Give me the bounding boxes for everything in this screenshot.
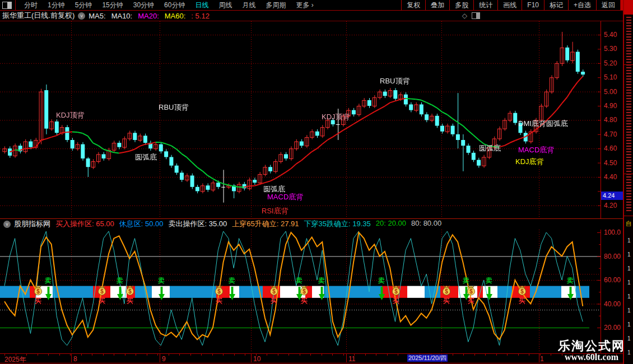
strip-rank-item: 1 — [627, 251, 631, 258]
axis-tick — [518, 354, 519, 356]
down-arrow-icon — [379, 287, 385, 300]
app-window: 分时1分钟5分钟15分钟30分钟60分钟日线周线月线多周期更多 › 复权叠加多股… — [0, 0, 633, 364]
indicator-axis-label: 40.00 — [604, 300, 621, 308]
chart-annotation: MACD底背 — [267, 192, 303, 202]
chart-annotation: KDJ顶背 — [56, 110, 85, 120]
chart-annotation: KDJ底背 — [515, 157, 544, 167]
down-arrow-icon — [319, 287, 325, 300]
indicator-param: 休息区: 50.00 — [119, 219, 164, 229]
axis-tick — [26, 354, 27, 356]
indicator-param: 股朋指标网 — [14, 219, 50, 229]
moneybag-icon: $ — [96, 285, 108, 297]
toolbar-button-F10[interactable]: F10 — [522, 0, 544, 10]
axis-tick — [103, 354, 104, 356]
sell-signal-label: 卖 — [158, 276, 165, 286]
price-axis-label: 5.40 — [604, 31, 617, 39]
toolbar-button-复权[interactable]: 复权 — [401, 0, 425, 10]
axis-tick — [310, 354, 311, 356]
svg-text:$: $ — [394, 288, 398, 295]
diamond-icon[interactable]: ◇ — [462, 12, 467, 20]
period-tab-周线[interactable]: 周线 — [213, 1, 237, 10]
chart-header-row: 振华重工(日线.前复权) v MA5:MA10:MA20:MA60:: 5.12… — [0, 11, 623, 21]
sell-signal-label: 卖 — [463, 276, 469, 286]
toolbar-button-叠加[interactable]: 叠加 — [425, 0, 449, 10]
period-tab-日线[interactable]: 日线 — [190, 1, 213, 10]
axis-tick — [147, 354, 147, 356]
price-axis-label: 5.00 — [604, 88, 617, 96]
sell-signal-label: 卖 — [117, 276, 123, 286]
chevron-down-icon[interactable]: v — [3, 221, 11, 228]
right-sidebar-strip[interactable]: 自 111111111 — [623, 0, 633, 364]
month-gridline — [346, 354, 347, 362]
ma-label: MA60: — [165, 12, 186, 20]
axis-tick — [387, 354, 388, 356]
period-tab-30分钟[interactable]: 30分钟 — [128, 1, 159, 10]
chart-annotation: RBU顶背 — [380, 76, 409, 86]
down-arrow-icon — [117, 287, 123, 300]
axis-tick — [157, 354, 158, 356]
chart-annotation: 圆弧底 — [479, 143, 501, 153]
strip-rank-item: 1 — [627, 279, 631, 286]
down-arrow-icon — [567, 287, 574, 300]
date-label: 2025年 — [4, 355, 26, 364]
axis-tick — [616, 354, 617, 356]
period-tab-多周期[interactable]: 多周期 — [260, 1, 291, 10]
price-axis-label: 5.20 — [604, 59, 617, 67]
axis-tick — [332, 354, 333, 356]
chevron-down-icon[interactable]: v — [78, 12, 85, 20]
strip-rank-item: 1 — [627, 237, 631, 244]
sell-signal-label: 卖 — [296, 276, 302, 286]
axis-tick — [201, 354, 202, 356]
strip-tab[interactable]: 自 — [626, 220, 632, 228]
moneybag-icon: $ — [32, 285, 44, 297]
axis-tick — [59, 354, 60, 356]
price-axis-label: 4.60 — [604, 144, 617, 152]
period-tab-1分钟[interactable]: 1分钟 — [43, 1, 70, 10]
toolbar-button-统计[interactable]: 统计 — [473, 0, 497, 10]
period-tab-分时[interactable]: 分时 — [19, 1, 43, 10]
buy-signal-label: 买 — [443, 296, 450, 306]
period-tab-5分钟[interactable]: 5分钟 — [70, 1, 97, 10]
price-axis-label: 5.10 — [604, 73, 617, 81]
strip-rank-item: 1 — [627, 307, 631, 314]
period-tab-15分钟[interactable]: 15分钟 — [97, 1, 128, 10]
axis-tick — [92, 354, 92, 356]
moneybag-icon: $ — [516, 285, 528, 297]
sell-signal-label: 卖 — [378, 276, 385, 286]
buy-signal-label: 买 — [393, 296, 399, 306]
period-tab-更多 ›[interactable]: 更多 › — [291, 1, 318, 10]
buy-signal-label: 买 — [127, 296, 133, 306]
toolbar-button-多股[interactable]: 多股 — [449, 0, 473, 10]
toolbar-button-+自选[interactable]: +自选 — [568, 0, 596, 10]
date-label: 9 — [162, 355, 166, 363]
month-gridline — [251, 354, 252, 362]
axis-tick — [365, 354, 366, 356]
moneybag-icon: $ — [299, 285, 310, 297]
toolbar-button-返回[interactable]: 返回 — [596, 0, 620, 10]
axis-tick — [474, 354, 475, 356]
price-tag: 4.24 — [601, 192, 625, 200]
toolbar-divider — [15, 0, 16, 10]
window-split-icon[interactable] — [2, 2, 12, 9]
moneybag-icon: $ — [390, 285, 402, 297]
svg-text:$: $ — [469, 288, 473, 295]
main-candle-chart[interactable] — [0, 21, 601, 218]
moneybag-icon: $ — [213, 285, 225, 297]
period-tabs: 分时1分钟5分钟15分钟30分钟60分钟日线周线月线多周期更多 › — [19, 1, 319, 10]
period-tab-60分钟[interactable]: 60分钟 — [159, 1, 190, 10]
axis-tick — [507, 354, 508, 356]
axis-tick — [398, 354, 398, 356]
svg-text:$: $ — [520, 288, 524, 295]
date-axis[interactable]: 2025年89101112025/11/20/四 — [0, 353, 623, 363]
strip-header-block — [624, 0, 633, 15]
sell-signal-label: 卖 — [567, 276, 574, 286]
axis-tick — [125, 354, 125, 356]
period-tab-月线[interactable]: 月线 — [237, 1, 260, 10]
price-axis-label: 4.20 — [604, 202, 617, 209]
axis-tick — [551, 354, 551, 356]
toolbar-button-画线[interactable]: 画线 — [497, 0, 522, 10]
toolbar-button-标记[interactable]: 标记 — [544, 0, 568, 10]
pane-toggle-icon[interactable] — [472, 12, 480, 19]
axis-tick — [81, 354, 82, 356]
top-toolbar: 分时1分钟5分钟15分钟30分钟60分钟日线周线月线多周期更多 › 复权叠加多股… — [0, 0, 633, 11]
